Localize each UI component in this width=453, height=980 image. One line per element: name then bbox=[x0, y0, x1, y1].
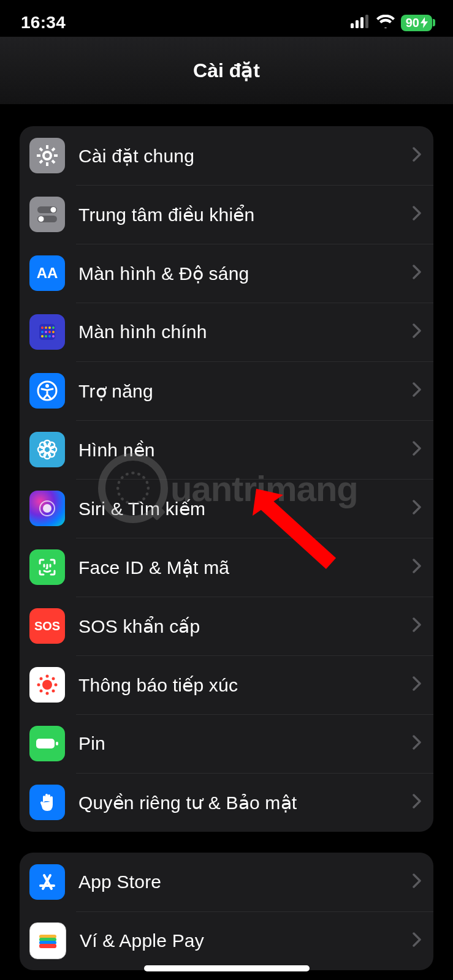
row-label: Cài đặt chung bbox=[78, 145, 413, 167]
svg-point-51 bbox=[52, 677, 55, 680]
row-faceid[interactable]: Face ID & Mật mã bbox=[20, 538, 433, 597]
chevron-right-icon bbox=[413, 932, 421, 949]
svg-point-31 bbox=[45, 384, 49, 388]
svg-point-47 bbox=[46, 692, 49, 695]
row-control-center[interactable]: Trung tâm điều khiển bbox=[20, 185, 433, 244]
svg-point-29 bbox=[52, 335, 55, 337]
chevron-right-icon bbox=[413, 265, 421, 282]
svg-point-26 bbox=[41, 335, 44, 337]
svg-rect-1 bbox=[356, 20, 359, 28]
row-appstore[interactable]: App Store bbox=[20, 853, 433, 911]
chevron-right-icon bbox=[413, 323, 421, 341]
status-right: 90 bbox=[351, 15, 432, 31]
svg-point-53 bbox=[52, 690, 55, 693]
svg-point-45 bbox=[42, 680, 52, 690]
accessibility-icon bbox=[29, 373, 65, 409]
siri-icon bbox=[29, 491, 65, 526]
svg-point-20 bbox=[48, 326, 51, 329]
battery-icon bbox=[29, 726, 65, 761]
svg-point-16 bbox=[39, 216, 44, 222]
home-indicator[interactable] bbox=[144, 965, 310, 971]
sos-icon: SOS bbox=[29, 608, 65, 644]
chevron-right-icon bbox=[413, 147, 421, 164]
chevron-right-icon bbox=[413, 382, 421, 399]
chevron-right-icon bbox=[413, 206, 421, 223]
wallet-icon bbox=[29, 922, 66, 959]
row-battery[interactable]: Pin bbox=[20, 714, 433, 773]
settings-group-apps: App Store Ví & Apple Pay bbox=[20, 853, 433, 970]
sos-text: SOS bbox=[34, 619, 60, 633]
svg-point-46 bbox=[46, 675, 49, 678]
battery-percent: 90 bbox=[406, 16, 419, 30]
settings-group-main: Cài đặt chung Trung tâm điều khiển AA Mà… bbox=[20, 126, 433, 832]
svg-point-50 bbox=[40, 677, 43, 680]
page-title: Cài đặt bbox=[193, 59, 260, 82]
svg-point-48 bbox=[37, 684, 40, 687]
wifi-icon bbox=[376, 15, 395, 31]
control-center-icon bbox=[29, 197, 65, 232]
cellular-icon bbox=[351, 15, 370, 31]
svg-point-25 bbox=[52, 331, 55, 333]
svg-rect-55 bbox=[56, 742, 58, 745]
svg-point-27 bbox=[45, 335, 47, 337]
svg-rect-54 bbox=[36, 739, 55, 748]
row-label: App Store bbox=[78, 872, 413, 892]
row-label: Quyền riêng tư & Bảo mật bbox=[78, 792, 413, 813]
chevron-right-icon bbox=[413, 794, 421, 811]
svg-line-12 bbox=[52, 148, 55, 151]
row-label: Màn hình chính bbox=[78, 322, 413, 342]
svg-point-24 bbox=[48, 331, 51, 333]
svg-line-9 bbox=[40, 148, 42, 151]
gear-icon bbox=[29, 138, 65, 173]
row-wallet[interactable]: Ví & Apple Pay bbox=[20, 911, 433, 970]
row-label: Trợ năng bbox=[78, 380, 413, 402]
row-display[interactable]: AA Màn hình & Độ sáng bbox=[20, 244, 433, 303]
row-accessibility[interactable]: Trợ năng bbox=[20, 361, 433, 420]
chevron-right-icon bbox=[413, 735, 421, 752]
svg-rect-2 bbox=[360, 17, 364, 28]
chevron-right-icon bbox=[413, 676, 421, 693]
svg-point-49 bbox=[55, 684, 58, 687]
row-label: Pin bbox=[78, 733, 413, 754]
aa-text: AA bbox=[37, 265, 58, 282]
svg-line-11 bbox=[40, 160, 42, 163]
row-label: Ví & Apple Pay bbox=[80, 930, 413, 951]
svg-line-10 bbox=[52, 160, 55, 163]
header: Cài đặt bbox=[0, 37, 453, 104]
svg-rect-3 bbox=[365, 15, 368, 28]
row-wallpaper[interactable]: Hình nền bbox=[20, 420, 433, 479]
faceid-icon bbox=[29, 549, 65, 585]
row-sos[interactable]: SOS SOS khẩn cấp bbox=[20, 597, 433, 655]
home-screen-icon bbox=[29, 314, 65, 350]
svg-point-14 bbox=[51, 207, 56, 213]
appstore-icon bbox=[29, 864, 65, 900]
svg-point-21 bbox=[52, 326, 55, 329]
svg-point-42 bbox=[43, 504, 51, 513]
svg-point-4 bbox=[44, 152, 51, 159]
chevron-right-icon bbox=[413, 617, 421, 635]
svg-point-22 bbox=[41, 331, 44, 333]
chevron-right-icon bbox=[413, 441, 421, 458]
privacy-hand-icon bbox=[29, 785, 65, 820]
svg-point-18 bbox=[41, 326, 44, 329]
row-label: Hình nền bbox=[78, 439, 413, 461]
svg-rect-0 bbox=[351, 23, 354, 28]
row-label: Siri & Tìm kiếm bbox=[78, 498, 413, 519]
row-privacy[interactable]: Quyền riêng tư & Bảo mật bbox=[20, 773, 433, 832]
status-bar: 16:34 90 bbox=[0, 0, 453, 37]
row-label: Face ID & Mật mã bbox=[78, 557, 413, 578]
row-exposure[interactable]: Thông báo tiếp xúc bbox=[20, 655, 433, 714]
chevron-right-icon bbox=[413, 500, 421, 517]
row-label: Trung tâm điều khiển bbox=[78, 204, 413, 225]
row-label: SOS khẩn cấp bbox=[78, 616, 413, 637]
row-siri[interactable]: Siri & Tìm kiếm bbox=[20, 479, 433, 538]
chevron-right-icon bbox=[413, 559, 421, 576]
row-general[interactable]: Cài đặt chung bbox=[20, 126, 433, 185]
exposure-icon bbox=[29, 667, 65, 703]
svg-point-52 bbox=[40, 690, 43, 693]
display-brightness-icon: AA bbox=[29, 255, 65, 291]
svg-point-28 bbox=[48, 335, 51, 337]
row-label: Thông báo tiếp xúc bbox=[78, 674, 413, 696]
row-home-screen[interactable]: Màn hình chính bbox=[20, 303, 433, 361]
svg-point-23 bbox=[45, 331, 47, 333]
